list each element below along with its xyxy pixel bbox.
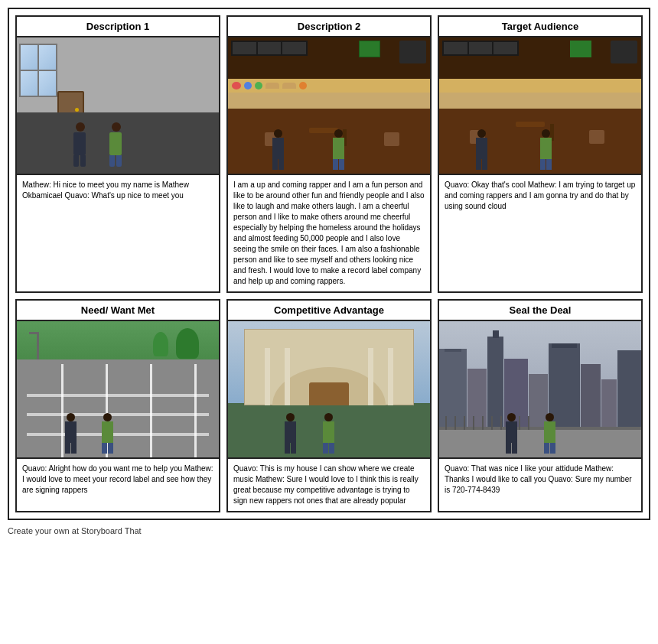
cell-1: Description 1: [15, 15, 220, 293]
cell-5: Competitive Advantage: [226, 299, 432, 512]
cell-3: Target Audience: [438, 15, 643, 293]
cell-1-text: Mathew: Hi nice to meet you my name is M…: [17, 175, 219, 291]
cell-6: Seal the Deal: [438, 299, 643, 512]
cell-3-header: Target Audience: [439, 17, 641, 37]
cell-5-image: [228, 321, 430, 459]
cell-4-header: Need/ Want Met: [17, 301, 219, 321]
cell-5-text: Quavo: This is my house I can show where…: [228, 459, 430, 511]
cell-1-header: Description 1: [17, 17, 219, 37]
cell-4-image: [17, 321, 219, 459]
cell-5-header: Competitive Advantage: [228, 301, 430, 321]
cell-6-image: [439, 321, 641, 459]
footer: Create your own at Storyboard That: [8, 526, 650, 535]
cell-2-text: I am a up and coming rapper and I am a f…: [228, 175, 430, 291]
storyboard-grid: Description 1: [8, 8, 650, 520]
cell-2-image: [228, 37, 430, 175]
cell-6-header: Seal the Deal: [439, 301, 641, 321]
cell-1-image: [17, 37, 219, 175]
cell-6-text: Quavo: That was nice I like your attidud…: [439, 459, 641, 511]
cell-4: Need/ Want Met: [15, 299, 220, 512]
cell-3-image: [439, 37, 641, 175]
cell-2: Description 2: [226, 15, 432, 293]
cell-3-text: Quavo: Okay that's cool Mathew: I am try…: [439, 175, 641, 291]
cell-4-text: Quavo: Alright how do you want me to hel…: [17, 459, 219, 511]
cell-2-header: Description 2: [228, 17, 430, 37]
